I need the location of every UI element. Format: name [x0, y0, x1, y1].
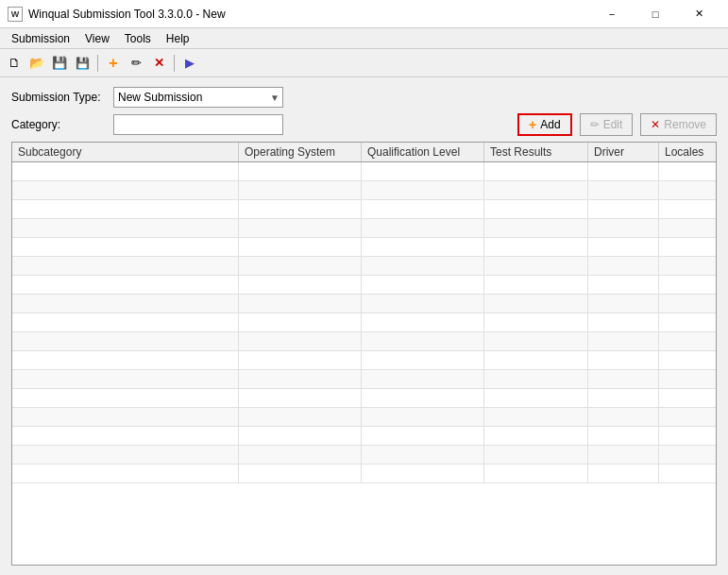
- add-toolbar-button[interactable]: +: [103, 53, 124, 74]
- cell: [484, 238, 588, 256]
- edit-toolbar-button[interactable]: ✏: [126, 53, 146, 74]
- cell: [362, 295, 484, 313]
- cell: [659, 389, 716, 407]
- table-row[interactable]: [12, 162, 716, 181]
- cell: [588, 181, 659, 199]
- table-row[interactable]: [12, 408, 716, 427]
- maximize-button[interactable]: □: [634, 0, 677, 28]
- cell: [239, 238, 362, 256]
- table-row[interactable]: [12, 313, 716, 332]
- cell: [659, 446, 716, 464]
- cell: [239, 313, 362, 331]
- table-body: [12, 162, 716, 562]
- cell: [659, 332, 716, 350]
- cell: [484, 465, 588, 482]
- cell: [362, 427, 484, 445]
- cell: [362, 181, 484, 199]
- cell: [362, 351, 484, 369]
- table-row[interactable]: [12, 181, 716, 200]
- cell: [239, 257, 362, 275]
- table-row[interactable]: [12, 276, 716, 295]
- minimize-button[interactable]: −: [590, 0, 634, 28]
- toolbar-separator-2: [174, 55, 175, 72]
- cell: [239, 351, 362, 369]
- toolbar-separator-1: [97, 55, 98, 72]
- cell: [362, 446, 484, 464]
- cell: [484, 370, 588, 388]
- cell: [362, 332, 484, 350]
- remove-button[interactable]: ✕ Remove: [640, 113, 717, 136]
- table-row[interactable]: [12, 389, 716, 408]
- cell: [484, 446, 588, 464]
- table-row[interactable]: [12, 332, 716, 351]
- menu-submission[interactable]: Submission: [4, 30, 77, 47]
- menu-help[interactable]: Help: [159, 30, 197, 47]
- table-container: Subcategory Operating System Qualificati…: [11, 142, 717, 566]
- col-locales: Locales: [659, 143, 717, 161]
- cell: [362, 257, 484, 275]
- save-toolbar-button[interactable]: 💾: [49, 53, 70, 74]
- cell: [12, 370, 239, 388]
- cell: [362, 238, 484, 256]
- cell: [588, 427, 659, 445]
- submission-type-row: Submission Type: New Submission Update S…: [11, 87, 717, 108]
- table-row[interactable]: [12, 446, 716, 465]
- table-row[interactable]: [12, 238, 716, 257]
- cell: [659, 465, 716, 482]
- cell: [12, 276, 239, 294]
- menu-view[interactable]: View: [77, 30, 117, 47]
- new-toolbar-button[interactable]: 🗋: [4, 53, 25, 74]
- cell: [659, 427, 716, 445]
- cell: [362, 200, 484, 218]
- cell: [659, 181, 716, 199]
- table-row[interactable]: [12, 465, 716, 483]
- col-subcategory: Subcategory: [12, 143, 239, 161]
- cell: [588, 219, 659, 237]
- cell: [484, 295, 588, 313]
- cell: [239, 370, 362, 388]
- cell: [588, 446, 659, 464]
- cell: [12, 465, 239, 482]
- add-button[interactable]: + Add: [517, 113, 572, 136]
- cell: [588, 295, 659, 313]
- cell: [239, 276, 362, 294]
- close-button[interactable]: ✕: [677, 0, 720, 28]
- category-input[interactable]: [113, 114, 283, 135]
- table-row[interactable]: [12, 351, 716, 370]
- cell: [362, 465, 484, 482]
- submission-type-select[interactable]: New Submission Update Submission: [113, 87, 283, 108]
- cell: [588, 351, 659, 369]
- delete-toolbar-button[interactable]: ✕: [148, 53, 169, 74]
- submit-toolbar-button[interactable]: ▶: [179, 53, 200, 74]
- cell: [239, 219, 362, 237]
- edit-button[interactable]: ✏ Edit: [580, 113, 634, 136]
- cell: [659, 370, 716, 388]
- table-row[interactable]: [12, 219, 716, 238]
- table-row[interactable]: [12, 257, 716, 276]
- cell: [659, 219, 716, 237]
- cell: [588, 408, 659, 426]
- saveas-toolbar-button[interactable]: 💾: [72, 53, 93, 74]
- table-row[interactable]: [12, 370, 716, 389]
- table-row[interactable]: [12, 200, 716, 219]
- cell: [588, 313, 659, 331]
- cell: [239, 446, 362, 464]
- cell: [239, 465, 362, 482]
- col-driver: Driver: [588, 143, 659, 161]
- cell: [239, 389, 362, 407]
- cell: [12, 219, 239, 237]
- table-row[interactable]: [12, 427, 716, 446]
- add-button-label: Add: [540, 118, 560, 131]
- cell: [239, 332, 362, 350]
- open-toolbar-button[interactable]: 📂: [26, 53, 47, 74]
- edit-button-label: Edit: [603, 118, 623, 131]
- table-row[interactable]: [12, 295, 716, 313]
- new-icon: 🗋: [8, 56, 21, 70]
- cell: [659, 257, 716, 275]
- cell: [484, 389, 588, 407]
- table-header: Subcategory Operating System Qualificati…: [12, 143, 716, 162]
- menu-tools[interactable]: Tools: [117, 30, 159, 47]
- cell: [12, 313, 239, 331]
- window-title: Winqual Submission Tool 3.3.0.0 - New: [28, 8, 226, 21]
- cell: [588, 332, 659, 350]
